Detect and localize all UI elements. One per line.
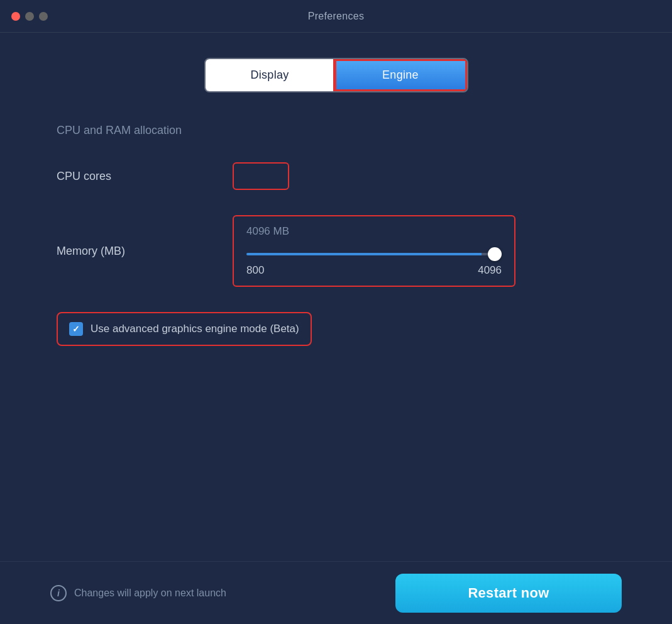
main-content: Display Engine CPU and RAM allocation CP… — [0, 33, 672, 371]
titlebar: Preferences — [0, 0, 672, 33]
slider-max-label: 4096 — [478, 264, 502, 277]
tab-bar: Display Engine — [50, 58, 622, 92]
slider-min-label: 800 — [246, 264, 264, 277]
memory-current-value: 4096 MB — [246, 225, 502, 238]
tab-display[interactable]: Display — [206, 59, 334, 91]
slider-wrapper — [246, 247, 502, 258]
memory-slider[interactable] — [246, 253, 502, 255]
footer-info: i Changes will apply on next launch — [50, 585, 226, 601]
maximize-button[interactable] — [39, 12, 48, 21]
footer-info-text: Changes will apply on next launch — [74, 588, 226, 599]
window-controls — [11, 12, 48, 21]
tab-group: Display Engine — [204, 58, 468, 92]
memory-label: Memory (MB) — [57, 245, 233, 258]
advanced-graphics-checkbox[interactable]: ✓ — [69, 322, 83, 336]
cpu-row: CPU cores ▲ ▼ — [50, 162, 622, 190]
memory-row: Memory (MB) 4096 MB 800 4096 — [50, 215, 622, 287]
window-title: Preferences — [308, 11, 365, 22]
checkbox-row[interactable]: ✓ Use advanced graphics engine mode (Bet… — [57, 312, 312, 346]
restart-now-button[interactable]: Restart now — [395, 574, 622, 613]
section-header: CPU and RAM allocation — [50, 124, 622, 137]
checkmark-icon: ✓ — [72, 324, 80, 334]
tab-engine[interactable]: Engine — [334, 59, 467, 91]
cpu-value-input[interactable] — [234, 170, 289, 183]
info-icon: i — [50, 585, 67, 601]
slider-minmax: 800 4096 — [246, 264, 502, 277]
cpu-stepper[interactable]: ▲ ▼ — [233, 162, 289, 190]
memory-container: 4096 MB 800 4096 — [233, 215, 515, 287]
minimize-button[interactable] — [25, 12, 34, 21]
footer: i Changes will apply on next launch Rest… — [0, 561, 672, 624]
checkbox-label: Use advanced graphics engine mode (Beta) — [91, 323, 299, 335]
cpu-label: CPU cores — [57, 170, 233, 183]
close-button[interactable] — [11, 12, 20, 21]
